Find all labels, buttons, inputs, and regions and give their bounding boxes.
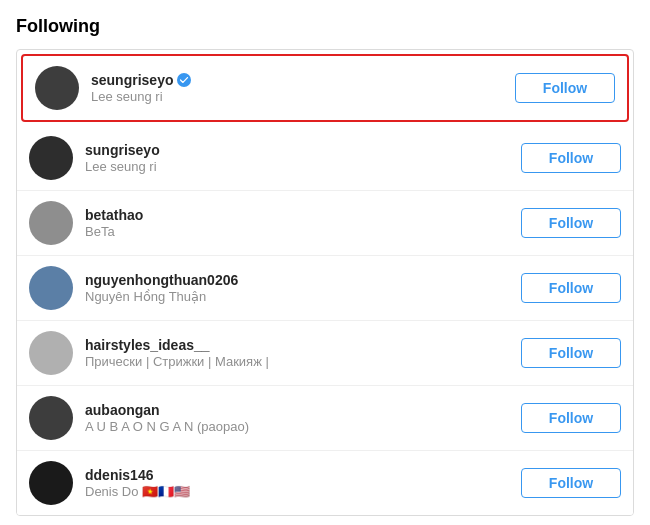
- username: betathao: [85, 207, 143, 223]
- user-row: ddenis146 Denis Do 🇻🇳🇫🇷🇺🇸 Follow: [17, 451, 633, 515]
- display-name: Lee seung ri: [91, 89, 515, 104]
- user-info: betathao BeTa: [85, 207, 521, 239]
- display-name: BeTa: [85, 224, 521, 239]
- user-info: nguyenhongthuan0206 Nguyên Hồng Thuận: [85, 272, 521, 304]
- user-row: seungriseyo Lee seung ri Follow: [21, 54, 629, 122]
- avatar: [29, 396, 73, 440]
- follow-button[interactable]: Follow: [521, 143, 621, 173]
- username-row: sungriseyo: [85, 142, 521, 158]
- display-name: Nguyên Hồng Thuận: [85, 289, 521, 304]
- verified-icon: [177, 73, 191, 87]
- username-row: aubaongan: [85, 402, 521, 418]
- user-row: betathao BeTa Follow: [17, 191, 633, 256]
- display-name: Denis Do 🇻🇳🇫🇷🇺🇸: [85, 484, 521, 499]
- display-name: Lee seung ri: [85, 159, 521, 174]
- display-name: Прически | Стрижки | Макияж |: [85, 354, 521, 369]
- username-row: hairstyles_ideas__: [85, 337, 521, 353]
- follow-button[interactable]: Follow: [521, 208, 621, 238]
- username-row: nguyenhongthuan0206: [85, 272, 521, 288]
- username-row: seungriseyo: [91, 72, 515, 88]
- avatar: [29, 266, 73, 310]
- follow-button[interactable]: Follow: [521, 273, 621, 303]
- username: sungriseyo: [85, 142, 160, 158]
- follow-button[interactable]: Follow: [521, 403, 621, 433]
- username-row: ddenis146: [85, 467, 521, 483]
- avatar: [29, 461, 73, 505]
- user-info: seungriseyo Lee seung ri: [91, 72, 515, 104]
- user-info: sungriseyo Lee seung ri: [85, 142, 521, 174]
- avatar: [29, 201, 73, 245]
- follow-button[interactable]: Follow: [515, 73, 615, 103]
- user-row: hairstyles_ideas__ Прически | Стрижки | …: [17, 321, 633, 386]
- username: hairstyles_ideas__: [85, 337, 210, 353]
- username-row: betathao: [85, 207, 521, 223]
- page-title: Following: [16, 16, 634, 37]
- username: aubaongan: [85, 402, 160, 418]
- user-info: aubaongan A U B A O N G A N (paopao): [85, 402, 521, 434]
- user-list: seungriseyo Lee seung ri Follow sungrise…: [16, 49, 634, 516]
- avatar: [29, 331, 73, 375]
- follow-button[interactable]: Follow: [521, 468, 621, 498]
- display-name: A U B A O N G A N (paopao): [85, 419, 521, 434]
- user-info: ddenis146 Denis Do 🇻🇳🇫🇷🇺🇸: [85, 467, 521, 499]
- user-row: sungriseyo Lee seung ri Follow: [17, 126, 633, 191]
- user-row: aubaongan A U B A O N G A N (paopao) Fol…: [17, 386, 633, 451]
- user-info: hairstyles_ideas__ Прически | Стрижки | …: [85, 337, 521, 369]
- username: nguyenhongthuan0206: [85, 272, 238, 288]
- avatar: [35, 66, 79, 110]
- avatar: [29, 136, 73, 180]
- svg-point-0: [177, 73, 191, 87]
- user-row: nguyenhongthuan0206 Nguyên Hồng Thuận Fo…: [17, 256, 633, 321]
- follow-button[interactable]: Follow: [521, 338, 621, 368]
- username: seungriseyo: [91, 72, 173, 88]
- username: ddenis146: [85, 467, 153, 483]
